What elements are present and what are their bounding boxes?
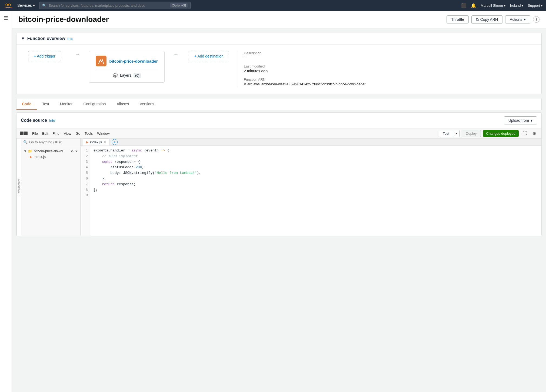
overview-metadata: Description - Last modified 2 minutes ag… — [237, 51, 365, 87]
file-menu[interactable]: File — [32, 131, 38, 136]
indent-icon: ⬛⬛ — [20, 131, 28, 135]
arn-copy-icon[interactable]: ⧉ — [244, 82, 246, 86]
collapse-icon[interactable]: ▼ — [21, 36, 25, 41]
destination-area: + Add destination — [187, 51, 231, 61]
tab-monitor[interactable]: Monitor — [55, 99, 78, 110]
file-item[interactable]: ▶ index.js — [22, 154, 79, 160]
editor-tab-indexjs[interactable]: ▶ index.js ✕ — [83, 138, 109, 146]
region-menu[interactable]: Ireland ▾ — [510, 4, 524, 8]
line-numbers: 1234 56789 — [81, 146, 90, 236]
tab-add-button[interactable]: + — [112, 139, 118, 145]
page-content: bitcoin-price-downloader Throttle ⧉ Copy… — [12, 11, 546, 392]
aws-logo[interactable] — [3, 1, 13, 10]
actions-button[interactable]: Actions ▾ — [505, 15, 530, 23]
add-destination-button[interactable]: + Add destination — [189, 51, 229, 61]
folder-icon: 📁 — [28, 149, 32, 153]
find-menu[interactable]: Find — [52, 131, 59, 136]
file-panel: 🔍 ▾ 📁 bitcoin-price-downl ⚙ ▾ — [21, 138, 81, 236]
page-title: bitcoin-price-downloader — [18, 15, 109, 24]
gear-icon[interactable]: ⚙ — [71, 149, 74, 153]
user-menu[interactable]: Marcell Simon ▾ — [481, 4, 505, 8]
go-menu[interactable]: Go — [76, 131, 80, 136]
nav-right-items: ⬛ 🔔 Marcell Simon ▾ Ireland ▾ Support ▾ — [461, 3, 543, 8]
arn-value: arn:aws:lambda:eu-west-1:624981414257:fu… — [247, 82, 365, 86]
function-overview-header: ▼ Function overview Info — [16, 33, 541, 45]
test-button-group: Test ▾ — [439, 130, 460, 137]
tab-close-icon[interactable]: ✕ — [104, 140, 106, 144]
top-navigation: Services ▾ 🔍 Search for services, featur… — [0, 0, 546, 11]
sidebar-toggle[interactable]: ☰ — [0, 11, 12, 392]
upload-from-button[interactable]: Upload from ▾ — [504, 116, 537, 124]
support-menu[interactable]: Support ▾ — [528, 4, 543, 8]
function-name-row: bitcoin-price-downloader — [96, 56, 158, 66]
destination-arrow: → — [171, 51, 181, 57]
help-icon[interactable]: ℹ — [533, 16, 540, 23]
editor-area: Environment 🔍 ▾ 📁 bitcoin-price-downl ⚙ — [16, 138, 541, 236]
fullscreen-icon[interactable]: ⛶ — [521, 130, 528, 137]
throttle-button[interactable]: Throttle — [447, 15, 468, 23]
copy-arn-button[interactable]: ⧉ Copy ARN — [471, 15, 502, 24]
deploy-button[interactable]: Deploy — [462, 130, 481, 137]
global-search[interactable]: 🔍 Search for services, features, marketp… — [39, 2, 191, 9]
editor-toolbar: ⬛⬛ File Edit Find View Go Tools Window T… — [16, 129, 541, 138]
view-menu[interactable]: View — [64, 131, 71, 136]
chevron-down-icon: ▾ — [531, 118, 532, 123]
editor-tabs: ▶ index.js ✕ + — [81, 138, 541, 146]
search-icon: 🔍 — [23, 140, 28, 144]
tab-code[interactable]: Code — [16, 99, 37, 110]
window-menu[interactable]: Window — [97, 131, 109, 136]
trigger-area: + Add trigger — [23, 51, 66, 61]
services-menu[interactable]: Services ▾ — [15, 3, 37, 8]
function-name[interactable]: bitcoin-price-downloader — [109, 59, 158, 63]
toolbar-actions: Test ▾ Deploy Changes deployed ⛶ ⚙ — [439, 130, 538, 137]
code-source-header: Code source Info Upload from ▾ — [16, 113, 541, 129]
section-title: Function overview — [27, 36, 65, 41]
header-actions: Throttle ⧉ Copy ARN Actions ▾ ℹ — [447, 15, 540, 24]
tools-menu[interactable]: Tools — [85, 131, 93, 136]
code-source-title: Code source Info — [21, 118, 55, 123]
terminal-icon[interactable]: ⬛ — [461, 3, 467, 8]
edit-menu[interactable]: Edit — [42, 131, 48, 136]
js-file-icon: ▶ — [30, 155, 32, 159]
bell-icon[interactable]: 🔔 — [471, 3, 476, 8]
layers-row: Layers (0) — [96, 70, 158, 78]
file-explorer: Environment 🔍 ▾ 📁 bitcoin-price-downl ⚙ — [16, 138, 81, 236]
code-lines[interactable]: exports.handler = async (event) => { // … — [90, 146, 541, 236]
tab-configuration[interactable]: Configuration — [78, 99, 111, 110]
svg-marker-0 — [11, 7, 12, 8]
function-box: bitcoin-price-downloader Layers (0) — [89, 51, 165, 83]
function-overview-card: ▼ Function overview Info + Add trigger → — [16, 33, 542, 94]
file-tree: ▾ 📁 bitcoin-price-downl ⚙ ▾ ▶ index.js — [21, 146, 80, 236]
trigger-arrow: → — [73, 51, 82, 57]
code-info-link[interactable]: Info — [49, 119, 55, 123]
tab-versions[interactable]: Versions — [134, 99, 160, 110]
chevron-down-icon[interactable]: ▾ — [75, 149, 77, 153]
chevron-down-icon: ▾ — [24, 149, 26, 153]
test-dropdown-button[interactable]: ▾ — [453, 130, 459, 137]
code-source-section: Code source Info Upload from ▾ ⬛⬛ File E… — [16, 112, 542, 236]
add-trigger-button[interactable]: + Add trigger — [28, 51, 61, 61]
js-icon: ▶ — [86, 140, 88, 144]
chevron-down-icon: ▾ — [524, 17, 526, 22]
settings-icon[interactable]: ⚙ — [531, 130, 538, 137]
tab-aliases[interactable]: Aliases — [111, 99, 134, 110]
file-search-input[interactable] — [29, 140, 78, 144]
code-editor: ▶ index.js ✕ + 1234 56789 exports.handle… — [81, 138, 541, 236]
tab-test[interactable]: Test — [37, 99, 55, 110]
folder-item[interactable]: ▾ 📁 bitcoin-price-downl ⚙ ▾ — [22, 148, 79, 154]
overview-body: + Add trigger → bitcoin-price-downloader — [16, 45, 541, 94]
changes-deployed-badge: Changes deployed — [483, 130, 519, 137]
tabs-bar: Code Test Monitor Configuration Aliases … — [16, 99, 542, 110]
search-icon: 🔍 — [42, 4, 46, 8]
code-body[interactable]: 1234 56789 exports.handler = async (even… — [81, 146, 541, 236]
overview-info-link[interactable]: Info — [67, 37, 73, 41]
environment-label: Environment — [16, 138, 21, 236]
lambda-icon — [96, 56, 106, 66]
hamburger-icon[interactable]: ☰ — [4, 15, 8, 21]
test-button[interactable]: Test — [439, 130, 453, 137]
file-search: 🔍 — [21, 138, 80, 146]
copy-icon: ⧉ — [476, 17, 479, 22]
page-header: bitcoin-price-downloader Throttle ⧉ Copy… — [12, 11, 546, 28]
